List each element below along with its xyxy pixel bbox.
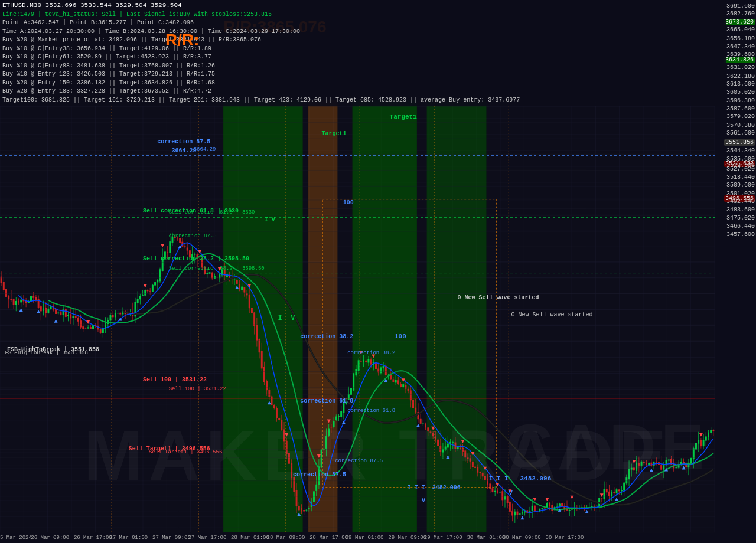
price-level-label: 3475.020 [726, 215, 755, 221]
time-label: 29 Mar 09:00 [388, 535, 426, 541]
price-level-label: 3483.600 [726, 207, 755, 213]
header-line-10: Buy %20 @ Entry 183: 3327.228 || Target:… [2, 87, 724, 96]
header-line-9: Buy %20 @ Entry 150: 3386.182 || Target:… [2, 79, 724, 88]
header-line-8: Buy %10 @ Entry 123: 3426.503 || Target:… [2, 70, 724, 79]
chart-container: 3691.6003682.7603673.6203665.0403656.180… [0, 0, 756, 543]
time-label: 26 Mar 09:00 [31, 535, 69, 541]
header-line-3: Time A:2024.03.27 20:30:00 | Time B:2024… [2, 28, 724, 37]
time-label: 27 Mar 09:00 [152, 535, 191, 541]
price-level-label: 3509.600 [726, 182, 755, 188]
price-level-label: 3596.380 [726, 97, 755, 104]
price-level-label: 3466.440 [726, 223, 755, 230]
time-label: 30 Mar 09:00 [503, 535, 541, 541]
header-line-5: Buy %10 @ C|Entry38: 3656.934 || Target:… [2, 45, 724, 54]
price-level-label: 3647.340 [726, 44, 755, 50]
header-line-4: Buy %20 @ Market price of at: 3482.096 |… [2, 36, 724, 45]
header-line-1: Line:1479 | teVa_h1_status: Sell | Last … [2, 11, 724, 19]
time-label: 27 Mar 01:00 [109, 535, 148, 541]
header-info: ETHUSD.M30 3532.696 3533.544 3529.504 35… [0, 0, 726, 106]
time-label: 29 Mar 01:00 [346, 535, 384, 541]
price-level-label: 3551.856 [724, 139, 755, 146]
price-level-label: 3613.600 [726, 81, 755, 87]
time-label: 27 Mar 17:00 [188, 535, 226, 541]
price-level-label: 3561.600 [726, 130, 755, 136]
price-level-label: 3492.440 [726, 198, 755, 205]
price-level-label: 3634.826 [724, 57, 755, 63]
price-level-label: 3665.040 [726, 27, 755, 33]
time-label: 30 Mar 01:00 [467, 535, 505, 541]
header-line-7: Buy %10 @ C|Entry88: 3481.638 || Target:… [2, 62, 724, 71]
time-label: 26 Mar 17:00 [74, 535, 112, 541]
price-level-label: 3579.020 [726, 113, 755, 120]
price-level-label: 3570.380 [726, 122, 755, 129]
price-level-label: 3673.620 [724, 19, 755, 25]
time-label: 25 Mar 2024 [0, 535, 32, 541]
price-level-label: 3587.600 [726, 106, 755, 112]
time-label: 28 Mar 01:00 [231, 535, 269, 541]
header-line-11: Target100: 3681.825 || Target 161: 3729.… [2, 96, 724, 105]
price-level-label: 3518.440 [726, 174, 755, 181]
price-level-label: 3691.600 [726, 3, 755, 9]
time-axis: 25 Mar 202426 Mar 09:0026 Mar 17:0027 Ma… [0, 532, 715, 543]
price-level-label: 3622.180 [726, 73, 755, 80]
time-label: 30 Mar 17:00 [545, 535, 584, 541]
price-level-label: 3605.020 [726, 89, 755, 96]
big-price-display: R/R: [165, 31, 200, 50]
price-level-label: 3527.020 [726, 166, 755, 172]
header-line-0: ETHUSD.M30 3532.696 3533.544 3529.504 35… [2, 1, 724, 11]
header-line-6: Buy %10 @ C|Entry61: 3520.89 || Target:4… [2, 53, 724, 62]
time-label: 28 Mar 09:00 [267, 535, 305, 541]
price-level-label: 3544.340 [726, 148, 755, 154]
header-line-2: Point A:3462.547 | Point B:3615.277 | Po… [2, 19, 724, 28]
price-level-label: 3631.020 [726, 64, 755, 71]
price-level-label: 3656.180 [726, 35, 755, 42]
price-level-label: 3457.600 [726, 231, 755, 238]
time-label: 29 Mar 17:00 [424, 535, 462, 541]
time-label: 28 Mar 17:00 [309, 535, 348, 541]
price-level-label: 3682.760 [726, 11, 755, 17]
